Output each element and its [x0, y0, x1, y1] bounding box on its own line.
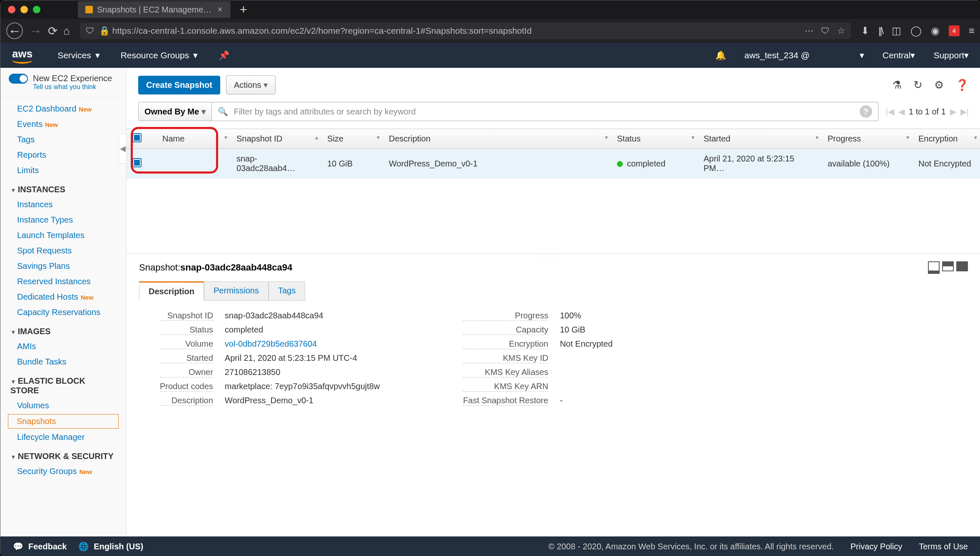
more-icon[interactable]: ⋯: [805, 26, 813, 36]
menu-icon[interactable]: ≡: [969, 25, 975, 37]
experiment-icon[interactable]: ⚗: [892, 79, 902, 92]
feedback-link[interactable]: Feedback: [28, 542, 67, 551]
gear-icon[interactable]: ⚙: [934, 79, 944, 92]
collapse-sidebar-button[interactable]: ◀: [119, 134, 127, 164]
sidebar-item[interactable]: Limits: [0, 163, 126, 178]
column-header[interactable]: Name▾: [157, 129, 231, 149]
page-last-icon[interactable]: ▶|: [960, 107, 969, 117]
cell-progress: available (100%): [822, 149, 913, 179]
sidebar-item[interactable]: Tags: [0, 132, 126, 147]
details-title-prefix: Snapshot:: [139, 262, 180, 273]
home-button[interactable]: ⌂: [63, 25, 70, 37]
language-select[interactable]: English (US): [94, 542, 143, 551]
refresh-icon[interactable]: ↻: [913, 79, 923, 92]
sidebar-item[interactable]: Dedicated HostsNew: [0, 289, 126, 305]
sidebar-item[interactable]: Savings Plans: [0, 258, 126, 274]
new-tab-button[interactable]: +: [240, 2, 247, 17]
reload-button[interactable]: ⟳: [48, 24, 57, 38]
addon-badge-icon[interactable]: 4: [949, 25, 960, 36]
feedback-icon[interactable]: 💬: [13, 541, 23, 551]
forward-button[interactable]: →: [29, 23, 42, 39]
sidebar-section-header[interactable]: INSTANCES: [0, 178, 126, 197]
sidebar-item[interactable]: Instances: [0, 197, 126, 212]
star-icon[interactable]: ☆: [837, 26, 845, 36]
account-icon[interactable]: ◯: [910, 25, 922, 37]
sidebar-item[interactable]: EC2 DashboardNew: [0, 101, 126, 117]
library-icon[interactable]: ||\: [878, 25, 883, 37]
detail-tab[interactable]: Tags: [269, 281, 305, 301]
split-drag-handle[interactable]: [541, 251, 566, 256]
minimize-window-button[interactable]: [20, 6, 28, 13]
new-experience-toggle[interactable]: [9, 74, 28, 84]
terms-link[interactable]: Terms of Use: [919, 542, 968, 551]
sidebar-item[interactable]: Snapshots: [8, 414, 119, 429]
privacy-link[interactable]: Privacy Policy: [851, 542, 902, 551]
table-row[interactable]: snap-03adc28aab4…10 GiBWordPress_Demo_v0…: [127, 149, 980, 179]
detail-value[interactable]: vol-0dbd729b5ed637604: [225, 339, 380, 349]
reader-icon[interactable]: 🛡: [821, 26, 830, 36]
page-prev-icon[interactable]: ◀: [898, 107, 905, 117]
detail-value: -: [560, 396, 613, 406]
close-window-button[interactable]: [8, 6, 15, 13]
pane-layout-3-icon[interactable]: [956, 261, 968, 271]
search-input[interactable]: 🔍 Filter by tags and attributes or searc…: [212, 102, 878, 121]
region-menu[interactable]: Central▾: [883, 50, 915, 60]
select-all-checkbox[interactable]: [132, 133, 142, 142]
actions-dropdown[interactable]: Actions: [226, 75, 276, 94]
browser-tab[interactable]: Snapshots | EC2 Management C ×: [78, 1, 231, 18]
page-next-icon[interactable]: ▶: [950, 107, 956, 117]
sidebar-item[interactable]: EventsNew: [0, 117, 126, 132]
ownership-filter-dropdown[interactable]: Owned By Me ▾: [138, 102, 212, 121]
sidebar-item[interactable]: Instance Types: [0, 212, 126, 228]
globe-icon[interactable]: 🌐: [78, 541, 89, 551]
column-header[interactable]: Started▾: [698, 129, 822, 149]
column-header[interactable]: Size▾: [321, 129, 383, 149]
detail-value: [560, 382, 613, 392]
pane-layout-1-icon[interactable]: [928, 261, 940, 274]
pin-icon[interactable]: 📌: [219, 50, 229, 60]
sidebar-item[interactable]: Lifecycle Manager: [0, 429, 126, 445]
support-menu[interactable]: Support▾: [933, 50, 969, 60]
query-help-icon[interactable]: ?: [860, 105, 872, 118]
cell-encryption: Not Encrypted: [913, 149, 980, 179]
create-snapshot-button[interactable]: Create Snapshot: [138, 76, 220, 94]
column-header[interactable]: Status▾: [611, 129, 698, 149]
downloads-icon[interactable]: ⬇: [861, 25, 869, 37]
sidebar-section-header[interactable]: IMAGES: [0, 320, 126, 339]
row-checkbox[interactable]: [132, 158, 142, 167]
new-experience-sub[interactable]: Tell us what you think: [33, 83, 112, 91]
account-menu[interactable]: aws_test_234 @▾: [744, 50, 864, 60]
resource-groups-menu[interactable]: Resource Groups▾: [121, 50, 198, 60]
sidebar-item[interactable]: Launch Templates: [0, 228, 126, 243]
services-menu[interactable]: Services▾: [57, 50, 100, 60]
url-bar[interactable]: 🛡 🔒 https://ca-central-1.console.aws.ama…: [80, 22, 851, 39]
sidebar-section-header[interactable]: ELASTIC BLOCK STORE: [0, 370, 126, 398]
maximize-window-button[interactable]: [33, 6, 40, 13]
detail-tab[interactable]: Permissions: [204, 281, 269, 301]
status-dot-icon: [617, 161, 623, 167]
bell-icon[interactable]: 🔔: [715, 50, 726, 60]
sidebar-item[interactable]: Reports: [0, 147, 126, 163]
aws-logo[interactable]: aws: [12, 47, 32, 64]
pane-layout-2-icon[interactable]: [942, 261, 954, 271]
page-first-icon[interactable]: |◀: [886, 107, 894, 117]
column-header[interactable]: Description▾: [383, 129, 611, 149]
sidebar-item[interactable]: AMIs: [0, 339, 126, 354]
sidebar-item[interactable]: Reserved Instances: [0, 274, 126, 289]
column-header[interactable]: Progress▾: [822, 129, 913, 149]
sidebar-item[interactable]: Volumes: [0, 398, 126, 413]
column-header[interactable]: Encryption▾: [913, 129, 980, 149]
sidebar-item[interactable]: Capacity Reservations: [0, 305, 126, 320]
sidebar-section-header[interactable]: NETWORK & SECURITY: [0, 445, 126, 464]
back-button[interactable]: ←: [6, 22, 23, 39]
extension-icon[interactable]: ◉: [931, 25, 940, 37]
sidebar-item[interactable]: Bundle Tasks: [0, 354, 126, 370]
sidebar-item[interactable]: Security GroupsNew: [0, 464, 126, 479]
new-experience-box: New EC2 Experience Tell us what you thin…: [0, 68, 126, 97]
help-icon[interactable]: ❓: [955, 79, 969, 92]
detail-tab[interactable]: Description: [139, 281, 204, 301]
close-tab-icon[interactable]: ×: [217, 4, 223, 15]
sidebar-item[interactable]: Spot Requests: [0, 243, 126, 258]
column-header[interactable]: Snapshot ID▴: [231, 129, 321, 149]
sidebar-icon[interactable]: ◫: [892, 25, 901, 37]
